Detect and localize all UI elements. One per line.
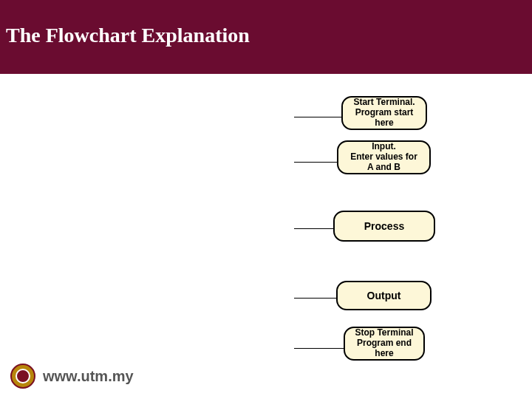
utm-logo-icon [10,364,35,389]
connector-stop [294,348,344,349]
box-line: Process [364,220,404,232]
connector-input [294,162,337,163]
box-stop: Stop Terminal Program end here [344,327,425,361]
page-title: The Flowchart Explanation [6,24,250,47]
box-line: here [375,349,393,359]
connector-process [294,228,333,229]
box-line: Program start [355,108,414,118]
connector-start [294,117,341,117]
box-line: A and B [367,163,400,173]
box-input: Input. Enter values for A and B [337,140,431,174]
box-line: here [375,118,393,129]
box-process: Process [333,211,435,242]
box-start: Start Terminal. Program start here [341,96,427,130]
box-line: Enter values for [350,152,417,163]
box-output: Output [336,281,432,310]
footer: www.utm.my [10,364,134,389]
box-line: Input. [372,142,396,152]
box-line: Start Terminal. [353,98,415,108]
box-line: Output [367,290,401,301]
box-line: Program end [357,338,412,349]
utm-logo-inner [16,369,30,383]
box-line: Stop Terminal [355,328,413,338]
connector-output [294,298,336,299]
footer-site: www.utm.my [43,368,134,385]
